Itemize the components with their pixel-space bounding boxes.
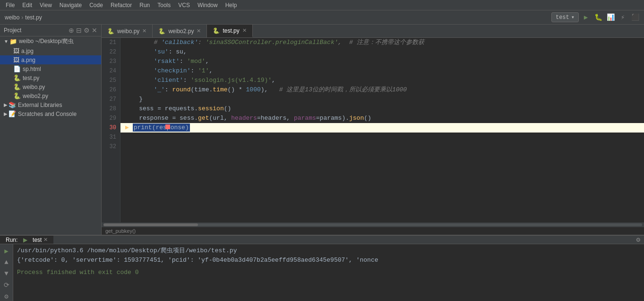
sidebar-item-testpy[interactable]: 🐍 test.py	[0, 73, 101, 82]
menu-refactor[interactable]: Refactor	[107, 1, 136, 9]
settings-icon[interactable]: ⚙	[84, 27, 90, 34]
code-line-29: response = sess.get(url, headers=headers…	[120, 114, 644, 123]
sidebar-item-weibo-root[interactable]: ▼ 📁 weibo ~/Desktop/爬虫	[0, 36, 101, 46]
sidebar-item-sphtml[interactable]: 📄 sp.html	[0, 64, 101, 73]
tab-close[interactable]: ✕	[142, 28, 146, 34]
editor-area: Project ⊕ ⊟ ⚙ ✕ ▼ 📁 weibo ~/Desktop/爬虫	[0, 25, 644, 235]
breadcrumb-file: test.py	[24, 14, 43, 21]
output-process-line: Process finished with exit code 0	[17, 268, 640, 277]
menu-window[interactable]: Window	[194, 1, 222, 9]
run-config-dropdown[interactable]: test ▾	[551, 12, 579, 22]
external-libraries-label: External Libraries	[18, 102, 62, 108]
python-icon: 🐍	[13, 83, 21, 90]
python-icon: 🐍	[13, 92, 21, 99]
code-line-23: 'rsakt': 'mod',	[120, 57, 644, 66]
file-label: a.jpg	[21, 48, 34, 54]
expand-arrow: ▼	[4, 39, 9, 44]
close-icon[interactable]: ✕	[92, 27, 97, 34]
file-label: weibo2.py	[23, 93, 48, 99]
tab-testpy[interactable]: 🐍 test.py ✕	[207, 25, 252, 37]
sidebar-icons: ⊕ ⊟ ⚙ ✕	[69, 27, 97, 34]
scratches-icon: 📝	[9, 110, 16, 117]
expand-arrow: ▶	[4, 111, 8, 116]
menu-edit[interactable]: Edit	[18, 1, 36, 9]
sidebar: Project ⊕ ⊟ ⚙ ✕ ▼ 📁 weibo ~/Desktop/爬虫	[0, 25, 102, 235]
sidebar-item-weibopy[interactable]: 🐍 weibo.py	[0, 82, 101, 91]
tabs-bar: 🐍 weibo.py ✕ 🐍 weibo2.py ✕ 🐍 test.py ✕	[102, 25, 644, 38]
profile-button[interactable]: ⚡	[618, 12, 628, 23]
breadcrumb-project: weibo	[4, 14, 20, 21]
breadcrumb: weibo › test.py	[4, 14, 43, 21]
sidebar-item-scratches[interactable]: ▶ 📝 Scratches and Console	[0, 109, 101, 118]
code-line-27: }	[120, 95, 644, 104]
run-button[interactable]: ▶	[581, 12, 591, 23]
run-play-btn[interactable]: ▶	[2, 246, 11, 256]
run-wrap-btn[interactable]: ⟳	[2, 280, 11, 290]
scratches-label: Scratches and Console	[18, 111, 77, 117]
run-label: Run:	[6, 237, 17, 243]
bottom-panel: Run: ▶ test ✕ ⚙ ▶ ▲ ▼ ⟳ ⚙ 📌 /usr/bin/p	[0, 235, 644, 301]
run-sidebar: ▶ ▲ ▼ ⟳ ⚙ 📌	[0, 244, 13, 301]
debug-button[interactable]: 🐛	[593, 12, 603, 23]
code-lines: # 'callback': 'sinaSSOController.prelogi…	[120, 38, 644, 222]
menu-code[interactable]: Code	[86, 1, 107, 9]
code-line-31	[120, 133, 644, 142]
python-tab-icon: 🐍	[107, 28, 114, 35]
menu-tools[interactable]: Tools	[154, 1, 174, 9]
bottom-tab-close[interactable]: ✕	[43, 237, 48, 243]
code-line-30: ▶ print(response)	[120, 123, 644, 133]
tab-weibopy[interactable]: 🐍 weibo.py ✕	[102, 25, 153, 37]
main-container: Project ⊕ ⊟ ⚙ ✕ ▼ 📁 weibo ~/Desktop/爬虫	[0, 25, 644, 301]
bottom-tab-run[interactable]: Run: ▶ test ✕	[0, 236, 53, 244]
tab-label: weibo2.py	[168, 28, 194, 35]
menu-bar: File Edit View Navigate Code Refactor Ru…	[0, 0, 644, 10]
sidebar-item-apng[interactable]: 🖼 a.png	[0, 55, 101, 64]
output-result-line: {'retcode': 0, 'servertime': 1593777451,…	[17, 256, 640, 265]
run-panel: ▶ ▲ ▼ ⟳ ⚙ 📌 /usr/bin/python3.6 /home/mol…	[0, 244, 644, 301]
code-line-21: # 'callback': 'sinaSSOController.prelogi…	[120, 38, 644, 47]
python-tab-icon: 🐍	[213, 27, 220, 34]
tab-close[interactable]: ✕	[242, 27, 247, 34]
run-scroll-up[interactable]: ▲	[2, 257, 11, 267]
sidebar-header: Project ⊕ ⊟ ⚙ ✕	[0, 25, 101, 36]
gear-button[interactable]: ⚙	[636, 236, 640, 244]
run-controls: test ▾ ▶ 🐛 📊 ⚡ ⬛	[551, 12, 640, 23]
python-icon: 🐍	[13, 74, 21, 81]
horizontal-scrollbar[interactable]	[102, 222, 644, 227]
code-line-25: 'client': 'ssologin.js(v1.4.19)',	[120, 76, 644, 85]
collapse-icon[interactable]: ⊟	[76, 27, 82, 34]
expand-arrow: ▶	[4, 102, 8, 107]
menu-run[interactable]: Run	[136, 1, 154, 9]
sync-icon[interactable]: ⊕	[69, 27, 74, 34]
scroll-track	[103, 223, 642, 226]
menu-vcs[interactable]: VCS	[174, 1, 194, 9]
run-output: /usr/bin/python3.6 /home/moluo/Desktop/爬…	[13, 244, 644, 301]
file-label: weibo.py	[23, 84, 45, 90]
bottom-tabs: Run: ▶ test ✕ ⚙	[0, 236, 644, 244]
dropdown-arrow: ▾	[571, 14, 575, 21]
menu-help[interactable]: Help	[222, 1, 241, 9]
sidebar-item-ajpg[interactable]: 🖼 a.jpg	[0, 46, 101, 55]
breadcrumb-separator: ›	[20, 14, 24, 21]
tab-label: weibo.py	[117, 28, 139, 35]
bottom-controls: ⚙	[633, 236, 644, 244]
menu-file[interactable]: File	[2, 1, 18, 9]
sidebar-item-external-libraries[interactable]: ▶ 📚 External Libraries	[0, 100, 101, 109]
code-content[interactable]: 21 22 23 24 25 26 27 28 29 30 31 32	[102, 38, 644, 222]
run-icon: ▶	[23, 237, 27, 243]
menu-view[interactable]: View	[36, 1, 56, 9]
project-label: Project	[4, 27, 21, 34]
menu-navigate[interactable]: Navigate	[56, 1, 86, 9]
python-tab-icon: 🐍	[158, 28, 165, 35]
code-editor: 🐍 weibo.py ✕ 🐍 weibo2.py ✕ 🐍 test.py ✕	[102, 25, 644, 235]
stop-button[interactable]: ⬛	[630, 12, 640, 23]
tab-close[interactable]: ✕	[197, 28, 201, 34]
code-line-22: 'su': su,	[120, 47, 644, 57]
tab-weibo2py[interactable]: 🐍 weibo2.py ✕	[153, 25, 207, 37]
run-settings-btn[interactable]: ⚙	[2, 292, 11, 301]
coverage-button[interactable]: 📊	[605, 12, 616, 23]
image-icon: 🖼	[13, 56, 19, 63]
sidebar-item-weibo2py[interactable]: 🐍 weibo2.py	[0, 91, 101, 100]
html-icon: 📄	[13, 65, 21, 72]
run-scroll-down[interactable]: ▼	[2, 269, 11, 278]
